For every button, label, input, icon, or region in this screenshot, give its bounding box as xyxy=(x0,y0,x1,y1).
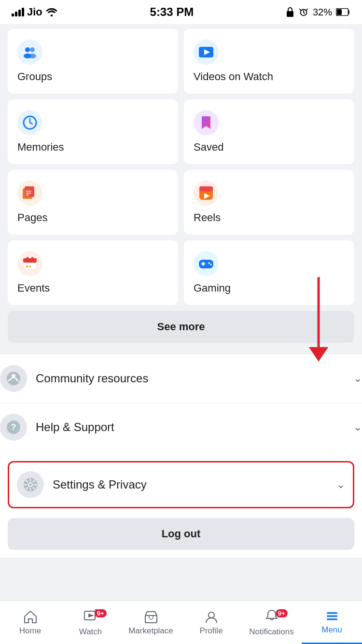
groups-label: Groups xyxy=(17,70,168,83)
status-bar: Jio 5:33 PM 32% xyxy=(0,0,362,24)
carrier-name: Jio xyxy=(27,6,42,18)
community-label: Community resources xyxy=(36,372,353,385)
svg-point-35 xyxy=(29,483,32,486)
help-icon: ? xyxy=(5,419,22,435)
reels-label: Reels xyxy=(194,211,345,224)
svg-point-7 xyxy=(28,54,36,58)
status-time: 5:33 PM xyxy=(150,5,194,19)
list-item-help[interactable]: ? Help & Support ⌄ xyxy=(0,403,362,451)
pages-icon-wrap xyxy=(17,181,42,206)
svg-point-27 xyxy=(7,372,20,385)
saved-label: Saved xyxy=(194,141,345,154)
status-right: 32% xyxy=(286,7,350,18)
events-icon xyxy=(21,255,39,272)
svg-point-25 xyxy=(208,262,210,264)
grid-item-pages[interactable]: Pages xyxy=(8,170,178,235)
pages-label: Pages xyxy=(17,211,168,224)
status-left: Jio xyxy=(12,6,58,18)
marketplace-icon xyxy=(144,610,158,624)
grid-item-groups[interactable]: Groups xyxy=(8,29,178,94)
nav-item-profile[interactable]: Profile xyxy=(181,601,241,644)
signal-bars xyxy=(12,8,24,16)
gaming-icon xyxy=(197,255,215,272)
svg-rect-43 xyxy=(327,618,337,620)
grid-item-events[interactable]: Events xyxy=(8,240,178,305)
svg-rect-18 xyxy=(27,257,28,260)
events-label: Events xyxy=(17,282,168,294)
logout-section: Log out xyxy=(0,518,362,558)
battery-percent: 32% xyxy=(313,7,332,18)
videos-label: Videos on Watch xyxy=(194,70,345,83)
memories-label: Memories xyxy=(17,141,168,154)
logout-button[interactable]: Log out xyxy=(8,518,354,550)
grid-item-saved[interactable]: Saved xyxy=(184,99,354,164)
grid-item-memories[interactable]: Memories xyxy=(8,99,178,164)
home-icon xyxy=(23,610,38,624)
svg-marker-37 xyxy=(88,614,94,617)
events-icon-wrap xyxy=(17,251,42,276)
help-chevron: ⌄ xyxy=(353,421,362,434)
svg-point-20 xyxy=(29,266,31,267)
svg-marker-32 xyxy=(309,347,328,362)
svg-rect-19 xyxy=(31,257,33,260)
memories-icon-wrap xyxy=(17,110,42,135)
grid-item-videos[interactable]: Videos on Watch xyxy=(184,29,354,94)
saved-icon xyxy=(197,114,215,131)
nav-item-home[interactable]: Home xyxy=(0,601,60,644)
nav-item-menu[interactable]: Menu xyxy=(302,601,362,644)
videos-icon xyxy=(197,43,215,61)
watch-label: Watch xyxy=(79,627,102,637)
marketplace-label: Marketplace xyxy=(128,626,173,636)
svg-rect-3 xyxy=(337,9,342,15)
svg-point-40 xyxy=(209,612,214,618)
notifications-badge: 9+ xyxy=(276,609,288,617)
help-label: Help & Support xyxy=(36,420,353,434)
watch-badge: 9+ xyxy=(95,609,107,617)
lock-icon xyxy=(286,7,294,17)
svg-rect-24 xyxy=(202,262,204,266)
svg-point-4 xyxy=(25,47,30,52)
notifications-label: Notifications xyxy=(249,627,294,637)
list-section: Community resources ⌄ ? Help & Support ⌄ xyxy=(0,354,362,451)
main-scroll: Groups Videos on Watch xyxy=(0,24,362,606)
groups-icon-wrap xyxy=(17,40,42,65)
svg-point-26 xyxy=(210,264,212,266)
saved-icon-wrap xyxy=(194,110,219,135)
svg-point-5 xyxy=(30,47,35,52)
svg-point-28 xyxy=(12,374,15,378)
videos-icon-wrap xyxy=(194,40,219,65)
nav-item-marketplace[interactable]: Marketplace xyxy=(121,601,181,644)
community-chevron: ⌄ xyxy=(353,372,362,385)
settings-item[interactable]: Settings & Privacy ⌄ xyxy=(8,461,354,508)
svg-rect-0 xyxy=(287,11,293,17)
bottom-nav: Home 9+ Watch Marketplace Profile xyxy=(0,601,362,644)
menu-label: Menu xyxy=(321,625,342,635)
menu-icon xyxy=(325,609,339,623)
settings-label: Settings & Privacy xyxy=(53,478,336,491)
svg-rect-41 xyxy=(327,612,337,614)
svg-rect-14 xyxy=(199,186,213,191)
memories-icon xyxy=(21,114,39,131)
grid-item-reels[interactable]: Reels xyxy=(184,170,354,235)
annotation-arrow xyxy=(299,272,338,369)
profile-label: Profile xyxy=(199,626,223,636)
battery-icon xyxy=(336,8,350,16)
community-icon-wrap xyxy=(0,365,27,392)
svg-rect-42 xyxy=(327,616,337,617)
settings-section: Settings & Privacy ⌄ xyxy=(0,451,362,518)
settings-icon xyxy=(22,476,39,493)
settings-icon-wrap xyxy=(17,471,44,498)
reels-icon-wrap xyxy=(194,181,219,206)
svg-text:?: ? xyxy=(11,422,16,432)
pages-icon xyxy=(21,184,39,202)
alarm-icon xyxy=(298,7,309,17)
gaming-icon-wrap xyxy=(194,251,219,276)
grid-container: Groups Videos on Watch xyxy=(8,29,354,305)
groups-icon xyxy=(21,43,39,61)
svg-rect-17 xyxy=(23,258,37,263)
nav-item-watch[interactable]: 9+ Watch xyxy=(60,601,121,644)
home-label: Home xyxy=(19,626,41,636)
settings-chevron: ⌄ xyxy=(336,478,345,491)
nav-item-notifications[interactable]: 9+ Notifications xyxy=(241,601,302,644)
reels-icon xyxy=(197,184,215,202)
